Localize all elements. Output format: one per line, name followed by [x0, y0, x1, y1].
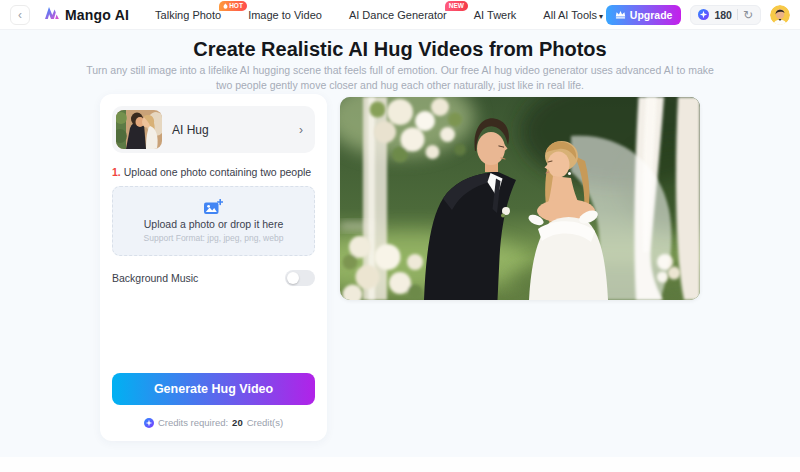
add-image-icon [204, 199, 223, 215]
page-title: Create Realistic AI Hug Videos from Phot… [0, 38, 800, 61]
divider [737, 9, 738, 20]
nav-menu: Talking Photo HOT Image to Video AI Danc… [155, 9, 603, 21]
chevron-down-icon: ▾ [599, 12, 603, 21]
step-label: 1.Upload one photo containing two people [112, 166, 315, 178]
credits-required-value: 20 [232, 417, 243, 428]
page-subtitle: Turn any still image into a lifelike AI … [80, 63, 720, 93]
step-number: 1. [112, 166, 121, 178]
nav-item-image-to-video[interactable]: Image to Video [248, 9, 322, 21]
avatar[interactable] [770, 5, 790, 25]
nav-item-ai-dance-generator[interactable]: AI Dance Generator NEW [349, 9, 447, 21]
tool-panel: AI Hug › 1.Upload one photo containing t… [100, 94, 327, 441]
footer-strip [0, 457, 800, 472]
mango-ai-logo-icon [44, 6, 60, 24]
toggle-knob [287, 272, 299, 284]
refresh-icon[interactable]: ↻ [743, 9, 753, 21]
hero-example-photo [340, 97, 700, 300]
chevron-right-icon: › [299, 123, 303, 137]
background-music-toggle[interactable] [285, 270, 315, 286]
nav-item-talking-photo[interactable]: Talking Photo HOT [155, 9, 221, 21]
brand-logo[interactable]: Mango AI [44, 6, 129, 24]
credits-required-line: Credits required: 20 Credit(s) [100, 417, 327, 428]
navbar: ‹ Mango AI Talking Photo HOT Image to Vi… [0, 0, 800, 30]
nav-right-group: Upgrade 180 ↻ [606, 5, 790, 25]
coin-icon [698, 9, 709, 20]
generate-hug-video-button[interactable]: Generate Hug Video [112, 373, 315, 405]
nav-item-all-ai-tools[interactable]: All AI Tools▾ [543, 9, 603, 21]
hot-badge: HOT [219, 1, 247, 11]
credits-balance: 180 [714, 9, 732, 21]
background-music-label: Background Music [112, 272, 198, 284]
tool-name-label: AI Hug [172, 123, 289, 137]
brand-name: Mango AI [65, 7, 129, 23]
new-badge: NEW [445, 1, 468, 11]
flame-icon [223, 3, 228, 9]
upload-format-hint: Support Format: jpg, jpeg, png, webp [144, 233, 284, 243]
upgrade-button[interactable]: Upgrade [606, 5, 682, 25]
back-button[interactable]: ‹ [10, 5, 30, 25]
background-music-row: Background Music [112, 270, 315, 286]
tool-thumbnail-image [116, 110, 162, 149]
wedding-couple-illustration [340, 97, 700, 300]
coin-icon [144, 418, 154, 428]
tool-selector[interactable]: AI Hug › [112, 106, 315, 153]
crown-icon [615, 10, 626, 19]
nav-item-ai-twerk[interactable]: AI Twerk [474, 9, 517, 21]
upload-dropzone[interactable]: Upload a photo or drop it here Support F… [112, 186, 315, 256]
credits-pill[interactable]: 180 ↻ [690, 5, 761, 25]
upload-title: Upload a photo or drop it here [144, 218, 284, 230]
